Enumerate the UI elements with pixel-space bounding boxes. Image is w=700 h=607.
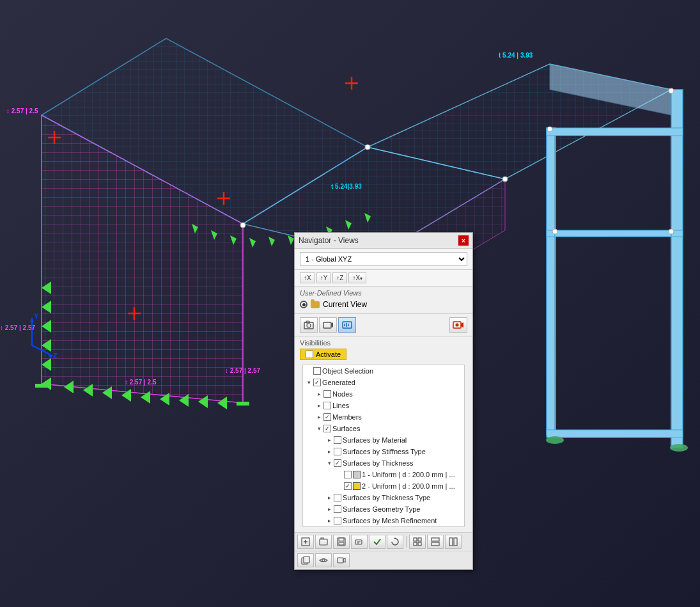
camera-btn-3[interactable]	[338, 317, 356, 333]
expand-arrow-surfaces-mesh-refinement[interactable]	[326, 517, 332, 524]
xyz-axis-button[interactable]: ↑X	[348, 272, 366, 283]
camera-buttons-group	[300, 317, 356, 333]
cb-surfaces-stiffness[interactable]	[334, 448, 341, 455]
tree-item-object-selection[interactable]: Object Selection	[303, 365, 464, 377]
svg-text:↕ 2.57 | 2.57: ↕ 2.57 | 2.57	[0, 324, 35, 331]
cb-thickness-2[interactable]	[344, 482, 352, 490]
surfaces-thickness-label: Surfaces by Thickness	[343, 459, 413, 467]
svg-rect-89	[339, 542, 344, 545]
svg-rect-9	[547, 128, 556, 435]
close-button[interactable]: ×	[458, 235, 469, 246]
tb-btn-save[interactable]	[333, 535, 350, 549]
x-axis-button[interactable]: ↑X	[300, 272, 315, 283]
tree-item-surfaces-geometry-type[interactable]: Surfaces Geometry Type	[303, 503, 464, 515]
camera-btn-1[interactable]	[300, 317, 318, 333]
object-selection-label: Object Selection	[322, 367, 373, 375]
svg-text:t 5.24|3.93: t 5.24|3.93	[331, 183, 362, 190]
z-axis-button[interactable]: ↑Z	[332, 272, 347, 283]
tree-item-surfaces-stiffness[interactable]: Surfaces by Stiffness Type	[303, 446, 464, 457]
members-label: Members	[332, 413, 362, 421]
tb-btn-grid[interactable]	[409, 535, 426, 549]
expand-arrow-lines[interactable]	[316, 402, 322, 409]
cb-object-selection[interactable]	[313, 367, 321, 375]
user-defined-views-label: User-Defined Views	[295, 287, 472, 298]
activate-button[interactable]: Activate	[300, 349, 346, 360]
svg-point-55	[547, 127, 552, 132]
expand-arrow-surfaces-thickness-type[interactable]	[326, 494, 332, 501]
svg-rect-99	[432, 542, 439, 546]
camera-btn-2[interactable]	[319, 317, 337, 333]
cb-surfaces-thickness-type[interactable]	[334, 494, 341, 501]
generated-label: Generated	[322, 379, 355, 386]
tb-btn-check[interactable]	[369, 535, 385, 549]
tree-item-generated[interactable]: Generated	[303, 377, 464, 388]
tree-item-nodes[interactable]: Nodes	[303, 388, 464, 400]
tree-item-surfaces-material[interactable]: Surfaces by Material	[303, 434, 464, 446]
cb-lines[interactable]	[323, 402, 331, 409]
surfaces-label: Surfaces	[332, 425, 360, 432]
svg-text:↕ 2.57 | 2.57: ↕ 2.57 | 2.57	[225, 367, 260, 374]
tb-btn-rename[interactable]	[351, 535, 368, 549]
cb-surfaces-material[interactable]	[334, 436, 341, 444]
tree-item-surfaces-thickness-type[interactable]: Surfaces by Thickness Type	[303, 492, 464, 503]
expand-arrow-surfaces[interactable]	[316, 425, 322, 432]
tb-btn-new[interactable]	[297, 535, 314, 549]
svg-rect-94	[414, 538, 417, 541]
svg-rect-86	[320, 539, 327, 545]
cb-surfaces[interactable]	[323, 425, 331, 432]
thickness-2-label: 2 - Uniform | d : 200.0 mm | ...	[362, 482, 455, 490]
tb-btn-video[interactable]	[333, 553, 350, 567]
svg-text:Z: Z	[53, 352, 58, 359]
surfaces-geometry-type-label: Surfaces Geometry Type	[343, 505, 420, 513]
tb-btn-eye[interactable]	[315, 553, 332, 567]
panel-title: Navigator - Views	[299, 236, 359, 245]
expand-arrow-members[interactable]	[316, 414, 322, 420]
tree-item-surfaces-mesh-refinement[interactable]: Surfaces by Mesh Refinement	[303, 515, 464, 526]
tree-item-lines[interactable]: Lines	[303, 400, 464, 411]
expand-arrow-nodes[interactable]	[316, 391, 322, 397]
expand-arrow-surfaces-geometry-type[interactable]	[326, 506, 332, 512]
tree-item-members[interactable]: Members	[303, 411, 464, 423]
tb-btn-open[interactable]	[315, 535, 332, 549]
axis-toolbar: ↑X ↑Y ↑Z ↑X	[295, 270, 472, 287]
svg-rect-103	[304, 556, 309, 563]
cb-generated[interactable]	[313, 379, 321, 386]
cb-members[interactable]	[323, 413, 331, 421]
camera-record-btn[interactable]	[449, 317, 467, 333]
activate-checkbox[interactable]	[306, 351, 313, 358]
tb-btn-split-v[interactable]	[445, 535, 462, 549]
swatch-thickness-2	[353, 482, 361, 490]
tb-btn-refresh[interactable]	[387, 535, 403, 549]
current-view-radio[interactable]	[300, 301, 307, 308]
tree-item-thickness-2[interactable]: 2 - Uniform | d : 200.0 mm | ...	[303, 480, 464, 492]
tree-item-thickness-1[interactable]: 1 - Uniform | d : 200.0 mm | ...	[303, 469, 464, 480]
cb-surfaces-mesh-refinement[interactable]	[334, 517, 341, 524]
tb-btn-split-h[interactable]	[427, 535, 444, 549]
visibilities-label: Visibilities	[300, 339, 467, 347]
svg-rect-95	[418, 538, 421, 541]
cb-thickness-1[interactable]	[344, 471, 352, 478]
svg-point-56	[669, 88, 674, 93]
svg-point-52	[365, 145, 370, 150]
svg-rect-8	[671, 90, 683, 448]
cb-surfaces-thickness[interactable]	[334, 459, 341, 467]
svg-rect-88	[339, 538, 344, 541]
expand-arrow-surfaces-thickness[interactable]	[326, 460, 332, 466]
expand-arrow-surfaces-stiffness[interactable]	[326, 448, 332, 455]
svg-rect-32	[35, 384, 48, 388]
cb-surfaces-geometry-type[interactable]	[334, 505, 341, 513]
tree-item-surfaces[interactable]: Surfaces	[303, 423, 464, 434]
svg-rect-97	[418, 542, 421, 546]
svg-rect-76	[343, 322, 352, 328]
svg-rect-98	[432, 538, 439, 541]
tree-item-surfaces-thickness[interactable]: Surfaces by Thickness	[303, 457, 464, 469]
expand-arrow-generated[interactable]	[306, 379, 312, 386]
y-axis-button[interactable]: ↑Y	[316, 272, 332, 283]
svg-point-54	[502, 177, 508, 182]
cb-nodes[interactable]	[323, 390, 331, 398]
expand-arrow-surfaces-material[interactable]	[326, 437, 332, 443]
view-dropdown[interactable]: 1 - Global XYZ 2 - Custom View	[300, 252, 467, 266]
tb-btn-copy[interactable]	[297, 553, 314, 567]
current-view-row[interactable]: Current View	[295, 298, 472, 311]
camera-toolbar	[295, 313, 472, 336]
